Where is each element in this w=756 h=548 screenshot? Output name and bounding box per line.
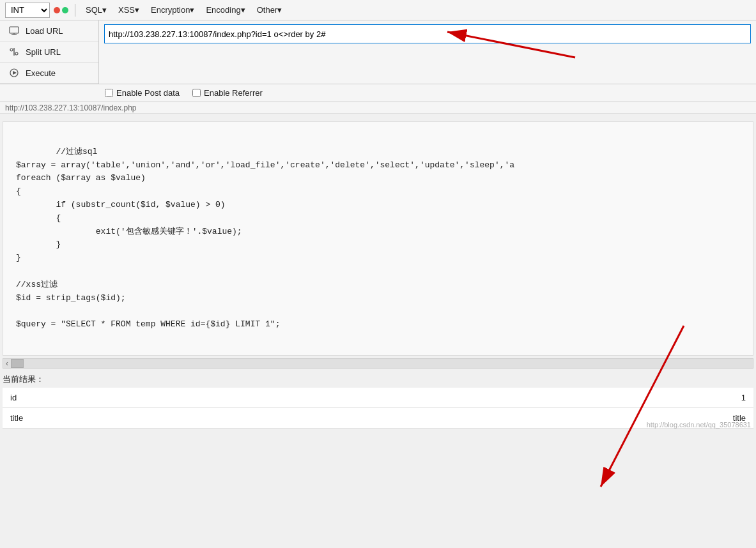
- results-label: 当前结果：: [3, 369, 753, 388]
- table-row: title title: [3, 407, 753, 428]
- enable-post-data-label[interactable]: Enable Post data: [105, 88, 180, 98]
- split-url-label: Split URL: [26, 47, 61, 57]
- scroll-left-indicator: ‹: [3, 359, 11, 368]
- split-url-icon: [8, 45, 20, 58]
- partial-url-text: http://103.238.227.13:10087/index.php: [5, 103, 137, 112]
- xss-menu[interactable]: XSS▾: [114, 4, 143, 16]
- result-key-id: id: [3, 388, 378, 408]
- svg-point-4: [10, 49, 13, 51]
- other-menu[interactable]: Other▾: [253, 4, 286, 16]
- enable-post-data-checkbox[interactable]: [105, 89, 113, 97]
- light-green: [62, 7, 68, 13]
- enable-referrer-checkbox[interactable]: [192, 89, 201, 97]
- url-input-wrapper: [99, 20, 756, 84]
- execute-label: Execute: [26, 68, 56, 78]
- code-panel: //过滤sql $array = array('table','union','…: [3, 121, 753, 356]
- enable-referrer-text: Enable Referrer: [204, 88, 263, 98]
- encoding-menu[interactable]: Encoding▾: [202, 4, 249, 16]
- toolbar: INT SQL▾ XSS▾ Encryption▾ Encoding▾ Othe…: [0, 0, 756, 20]
- enable-referrer-label[interactable]: Enable Referrer: [192, 88, 263, 98]
- svg-rect-0: [10, 27, 19, 33]
- sql-menu[interactable]: SQL▾: [82, 4, 111, 16]
- checkbox-row: Enable Post data Enable Referrer: [0, 84, 756, 102]
- partial-url-row: http://103.238.227.13:10087/index.php: [0, 102, 756, 114]
- light-red: [54, 7, 60, 13]
- url-area: Load URL Split URL: [0, 20, 756, 84]
- result-value-id: 1: [378, 388, 754, 408]
- encryption-menu[interactable]: Encryption▾: [147, 4, 198, 16]
- load-url-button[interactable]: Load URL: [0, 20, 98, 42]
- split-url-button[interactable]: Split URL: [0, 42, 98, 63]
- traffic-lights: [54, 7, 68, 13]
- result-key-title: title: [3, 407, 378, 428]
- page-wrapper: INT SQL▾ XSS▾ Encryption▾ Encoding▾ Othe…: [0, 0, 756, 434]
- horizontal-scrollbar[interactable]: ‹: [3, 358, 753, 369]
- results-table: id 1 title title: [3, 388, 753, 429]
- execute-icon: [8, 66, 20, 79]
- sidebar-buttons: Load URL Split URL: [0, 20, 99, 84]
- table-row: id 1: [3, 388, 753, 408]
- url-input[interactable]: [104, 24, 751, 43]
- watermark: http://blog.csdn.net/qq_35078631: [647, 421, 751, 429]
- load-url-label: Load URL: [26, 26, 63, 36]
- content-wrapper: //过滤sql $array = array('table','union','…: [0, 121, 756, 429]
- code-content: //过滤sql $array = array('table','union','…: [16, 147, 514, 329]
- scrollbar-thumb[interactable]: [11, 359, 24, 368]
- svg-point-5: [15, 52, 18, 55]
- enable-post-data-text: Enable Post data: [116, 88, 180, 98]
- toolbar-separator: [75, 4, 75, 17]
- main-content: //过滤sql $array = array('table','union','…: [0, 114, 756, 434]
- injection-type-dropdown[interactable]: INT: [5, 3, 50, 18]
- load-url-icon: [8, 24, 20, 37]
- execute-button[interactable]: Execute: [0, 63, 98, 84]
- svg-marker-7: [13, 71, 17, 75]
